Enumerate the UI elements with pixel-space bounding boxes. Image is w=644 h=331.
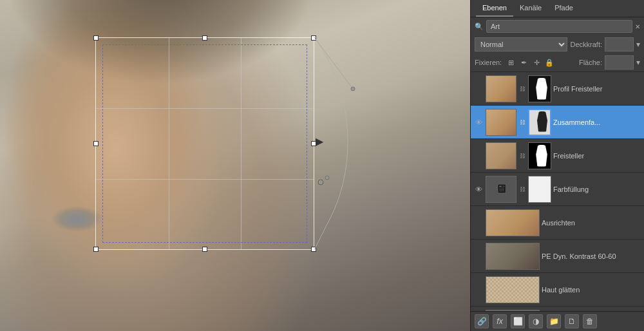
search-close-icon[interactable]: ✕ [635, 23, 640, 30]
eye-icon: 👁 [475, 118, 482, 126]
handle-mid-left[interactable] [93, 141, 99, 146]
layer-name: Profil Freisteller [553, 85, 641, 93]
fill-label: Fläche: [579, 59, 602, 66]
layer-name: Farbfüllung [553, 185, 641, 193]
layer-visibility-toggle[interactable] [473, 218, 484, 228]
layer-thumbnail: ⊙ [486, 310, 540, 312]
handle-bottom-center[interactable] [202, 247, 207, 252]
fix-row: Fixieren: ⊞ ✒ ✛ 🔒 Fläche: 100% ▾ [471, 53, 644, 72]
delete-layer-button[interactable]: 🗑 [583, 314, 597, 328]
layer-thumbnail [486, 109, 516, 136]
layer-thumbnail [486, 243, 540, 270]
layers-list: ⛓ Profil Freisteller 👁 ⛓ Zusammenfa... ⛓ [471, 72, 644, 311]
layer-mask-thumbnail [528, 142, 551, 169]
fill-section: Fläche: 100% ▾ [579, 55, 640, 70]
layer-thumbnail: 🖥 [486, 176, 516, 203]
add-mask-button[interactable]: ⬜ [511, 314, 525, 328]
fix-icons: ⊞ ✒ ✛ 🔒 [506, 57, 575, 68]
layer-link-icon: ⛓ [518, 86, 526, 92]
layer-visibility-toggle[interactable] [473, 84, 484, 94]
handle-mid-right[interactable] [311, 141, 316, 146]
layer-search-input[interactable] [486, 20, 632, 33]
layer-mask-thumbnail [528, 109, 551, 136]
layer-thumbnail [486, 142, 516, 169]
layer-name: Ausrichten [542, 219, 641, 227]
panel-toolbar: 🔗 fx ⬜ ◑ 📁 🗋 🗑 [471, 311, 644, 331]
layer-item-profil-freisteller[interactable]: ⛓ Profil Freisteller [471, 72, 644, 106]
adjustment-layer-button[interactable]: ◑ [529, 314, 543, 328]
layer-link-icon: ⛓ [518, 119, 526, 126]
layer-thumbnail [486, 209, 540, 236]
layer-visibility-toggle[interactable]: 👁 [473, 117, 484, 128]
layer-mask-thumbnail [528, 75, 551, 102]
add-style-button[interactable]: fx [493, 314, 507, 328]
tab-ebenen[interactable]: Ebenen [476, 0, 513, 17]
layer-item-farbfuellung[interactable]: 👁 🖥 ⛓ Farbfüllung [471, 173, 644, 206]
handle-top-left[interactable] [93, 35, 99, 41]
layer-item-pe-dyn-kontrast[interactable]: PE Dyn. Kontrast 60-60 [471, 240, 644, 273]
layer-name: Freisteller [553, 152, 641, 160]
handle-bottom-left[interactable] [93, 247, 99, 252]
opacity-label: Deckkraft: [570, 41, 602, 48]
layer-link-icon: ⛓ [518, 186, 526, 193]
layer-item-zusammenfassung[interactable]: 👁 ⛓ Zusammenfa... [471, 106, 644, 139]
layer-name: Haut glätten [542, 286, 641, 294]
warp-selection-box[interactable] [95, 37, 314, 250]
new-layer-button[interactable]: 🗋 [565, 314, 579, 328]
layer-thumbnail [486, 75, 516, 102]
layer-visibility-toggle[interactable]: 👁 [473, 184, 484, 194]
blend-mode-select[interactable]: Normal [475, 37, 567, 52]
fix-icon-image[interactable]: ⊞ [506, 57, 516, 68]
fix-icon-all[interactable]: 🔒 [544, 57, 554, 68]
handle-bottom-right[interactable] [311, 247, 316, 252]
group-layers-button[interactable]: 📁 [547, 314, 561, 328]
eye-icon: 👁 [475, 185, 482, 193]
layer-thumbnail [486, 276, 540, 303]
fill-arrow: ▾ [636, 58, 640, 67]
fix-icon-draw[interactable]: ✒ [518, 57, 529, 68]
fix-label: Fixieren: [475, 59, 502, 66]
layer-visibility-toggle[interactable] [473, 285, 484, 295]
layer-link-icon: ⛓ [518, 153, 526, 159]
search-icon: 🔍 [475, 23, 484, 31]
layer-name: Zusammenfa... [553, 118, 641, 126]
layer-visibility-toggle[interactable] [473, 251, 484, 261]
layer-name: PE Dyn. Kontrast 60-60 [542, 252, 641, 260]
opacity-arrow: ▾ [636, 40, 640, 49]
layers-panel: Ebenen Kanäle Pfade 🔍 ✕ Normal Deckkraft… [470, 0, 644, 331]
layer-item-dodge-burn[interactable]: ⊙ Dodge & Burn [471, 307, 644, 311]
handle-top-right[interactable] [311, 35, 316, 41]
link-layers-button[interactable]: 🔗 [475, 314, 489, 328]
tab-pfade[interactable]: Pfade [548, 0, 580, 17]
canvas-area: ▶ [0, 0, 470, 331]
layer-item-freisteller[interactable]: ⛓ Freisteller [471, 139, 644, 173]
layer-visibility-toggle[interactable] [473, 151, 484, 161]
layer-search-bar: 🔍 ✕ [471, 17, 644, 35]
layer-item-haut-glaetten[interactable]: Haut glätten [471, 273, 644, 307]
panel-tabs: Ebenen Kanäle Pfade [471, 0, 644, 17]
layer-mask-thumbnail [528, 176, 551, 203]
handle-top-center[interactable] [202, 35, 207, 41]
fill-input[interactable]: 100% [605, 55, 634, 70]
selection-inner-border [102, 44, 307, 243]
opacity-input[interactable]: 100% [605, 37, 634, 52]
tab-kanaele[interactable]: Kanäle [513, 0, 548, 17]
layer-item-ausrichten[interactable]: Ausrichten [471, 206, 644, 240]
fix-icon-move[interactable]: ✛ [531, 57, 542, 68]
blend-opacity-row: Normal Deckkraft: 100% ▾ [471, 35, 644, 53]
